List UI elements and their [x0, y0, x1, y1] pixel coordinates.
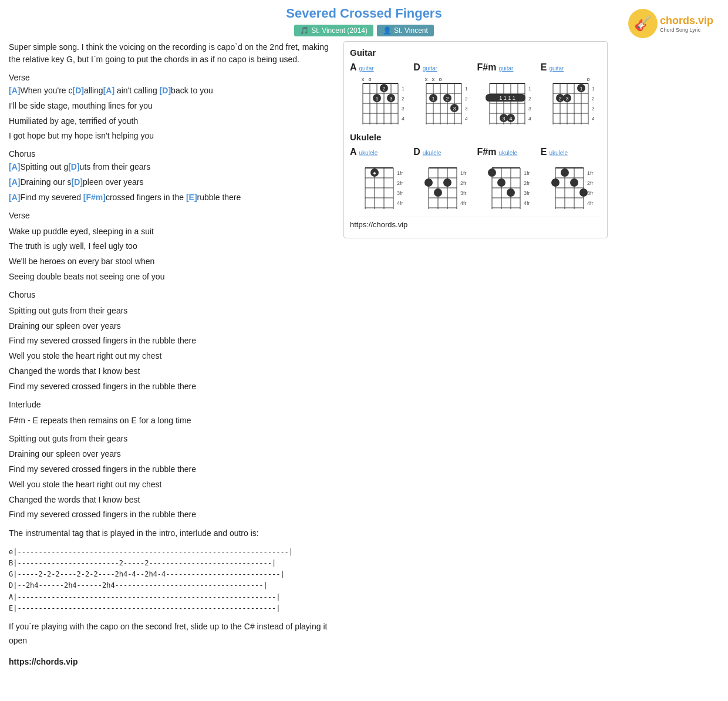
svg-text:1 1 1 1: 1 1 1 1: [499, 95, 515, 101]
chord-diagram-uke-D: D ukulele: [413, 147, 474, 214]
ukulele-section-title: Ukulele: [350, 132, 601, 142]
svg-text:2fr: 2fr: [528, 96, 531, 102]
chord-header-E: E guitar: [541, 62, 601, 73]
svg-point-131: [497, 178, 505, 187]
svg-point-146: [551, 178, 560, 187]
svg-text:2fr: 2fr: [397, 180, 403, 186]
svg-text:2: 2: [446, 96, 449, 102]
svg-text:3fr: 3fr: [524, 190, 530, 196]
svg-text:2fr: 2fr: [524, 180, 530, 186]
logo-text: chords.vip Chord Song Lyric: [660, 15, 713, 33]
svg-text:1: 1: [375, 96, 378, 102]
svg-text:●: ●: [373, 170, 376, 176]
svg-text:2: 2: [382, 86, 385, 92]
svg-text:4fr: 4fr: [397, 200, 403, 206]
svg-text:3: 3: [389, 96, 392, 102]
svg-text:1fr: 1fr: [402, 86, 404, 92]
chord-A2[interactable]: [A]: [103, 86, 114, 95]
chord-diagram-uke-A: A ukulele: [350, 147, 410, 214]
chord-header-D: D guitar: [413, 62, 474, 73]
lyrics-12: Changed the words that I know best: [9, 365, 335, 379]
chord-box-url: https://chords.vip: [350, 217, 601, 232]
fretboard-guitar-Fsm: 1 1 1 1 3 4 1fr 2fr 3fr 4fr: [484, 75, 531, 127]
chord-D2[interactable]: [D]: [160, 86, 171, 95]
svg-text:x: x: [361, 76, 364, 82]
lyrics-5: The truth is ugly well, I feel ugly too: [9, 240, 335, 254]
svg-text:4fr: 4fr: [460, 200, 467, 206]
chord-A5[interactable]: [A]: [9, 193, 20, 202]
svg-text:4fr: 4fr: [528, 116, 531, 122]
lyrics-8: Spitting out guts from their gears: [9, 304, 335, 318]
svg-text:x: x: [425, 76, 428, 82]
lyrics-2: Humiliated by age, terrified of youth: [9, 114, 335, 129]
page-header: Severed Crossed Fingers 🎵 St. Vincent (2…: [9, 6, 719, 36]
chord-header-A: A guitar: [350, 62, 410, 73]
page-title: Severed Crossed Fingers: [9, 6, 719, 21]
svg-point-132: [507, 188, 515, 197]
album-badge[interactable]: 🎵 St. Vincent (2014): [294, 25, 373, 36]
tab-line-E-low: E|--------------------------------------…: [9, 603, 335, 614]
chord-A[interactable]: [A]: [9, 86, 20, 95]
chord-header-uke-D: D ukulele: [413, 147, 474, 157]
lyrics-19: Find my severed crossed fingers in the r…: [9, 508, 335, 522]
chord-D4[interactable]: [D]: [72, 177, 83, 187]
chord-diagram-guitar-E: E guitar: [541, 62, 601, 129]
svg-text:2fr: 2fr: [465, 96, 467, 102]
chord-line-2: [A]Spitting out g[D]uts from their gears: [9, 160, 335, 174]
svg-text:3fr: 3fr: [592, 106, 594, 112]
chord-diagram-uke-Fsm: F#m ukulele: [477, 147, 538, 214]
artist-badge[interactable]: 👤 St. Vincent: [377, 25, 434, 36]
artist-icon: 👤: [383, 26, 392, 35]
svg-text:4fr: 4fr: [592, 116, 594, 122]
chord-header-uke-A: A ukulele: [350, 147, 410, 157]
lyrics-4: Wake up puddle eyed, sleeping in a suit: [9, 225, 335, 239]
badge-row: 🎵 St. Vincent (2014) 👤 St. Vincent: [9, 25, 719, 36]
chord-diagram-guitar-D: D guitar: [413, 62, 474, 129]
fretboard-uke-E: 1fr 2fr 3fr 4fr: [547, 159, 594, 212]
svg-text:2: 2: [559, 96, 562, 102]
lyrics-17: Well you stole the heart right out my ch…: [9, 478, 335, 492]
svg-point-114: [424, 178, 433, 187]
fretboard-guitar-D: x x o 1 2 3 1fr 2fr 3fr: [420, 75, 467, 127]
svg-text:3fr: 3fr: [528, 106, 531, 112]
svg-point-148: [570, 178, 578, 187]
fretboard-uke-D: 1fr 2fr 3fr 4fr: [420, 159, 467, 212]
chord-diagram-uke-E: E ukulele: [541, 147, 601, 214]
right-column: Guitar A guitar: [343, 41, 608, 666]
svg-text:2fr: 2fr: [587, 180, 594, 186]
chord-A3[interactable]: [A]: [9, 162, 20, 171]
chord-E[interactable]: [E]: [186, 193, 197, 202]
chord-line-1: [A]When you're c[D]alling[A] ain't calli…: [9, 84, 335, 98]
guitar-chord-row: A guitar: [350, 62, 601, 129]
lyrics-10: Find my severed crossed fingers in the r…: [9, 334, 335, 348]
svg-text:3: 3: [503, 116, 505, 122]
section-chorus1: Chorus: [9, 149, 335, 159]
tab-line-e-high: e|--------------------------------------…: [9, 547, 335, 558]
fretboard-guitar-E: o 1 2 3 1fr 2fr 3fr 4fr: [547, 75, 594, 127]
logo-icon: 🎸: [628, 9, 658, 38]
svg-point-147: [561, 168, 569, 177]
chord-Fsm[interactable]: [F#m]: [83, 193, 106, 202]
instrumental-note: The instrumental tag that is played in t…: [9, 527, 335, 541]
section-verse1: Verse: [9, 73, 335, 82]
svg-text:4fr: 4fr: [465, 116, 467, 122]
svg-text:3fr: 3fr: [397, 190, 403, 196]
guitar-section-title: Guitar: [350, 48, 601, 58]
svg-text:3: 3: [453, 106, 456, 112]
lyrics-1: I'll be side stage, mouthing lines for y…: [9, 99, 335, 113]
ukulele-chord-row: A ukulele: [350, 147, 601, 214]
lyrics-7: Seeing double beats not seeing one of yo…: [9, 270, 335, 284]
tab-line-A: A|--------------------------------------…: [9, 592, 335, 603]
lyrics-9: Draining our spleen over years: [9, 319, 335, 333]
svg-text:4: 4: [510, 116, 513, 122]
chord-A4[interactable]: [A]: [9, 177, 20, 187]
svg-text:1fr: 1fr: [592, 86, 594, 92]
svg-text:1: 1: [580, 86, 583, 92]
logo: 🎸 chords.vip Chord Song Lyric: [628, 9, 713, 38]
interlude-note: F#m - E repeats then remains on E for a …: [9, 414, 335, 428]
chord-line-4: [A]Find my severed [F#m]crossed fingers …: [9, 191, 335, 205]
lyrics-16: Find my severed crossed fingers in the r…: [9, 463, 335, 477]
chord-D[interactable]: [D]: [72, 86, 83, 95]
tab-line-G: G|-----2-2-2----2-2-2----2h4-4--2h4-4---…: [9, 569, 335, 580]
chord-D3[interactable]: [D]: [68, 162, 79, 171]
